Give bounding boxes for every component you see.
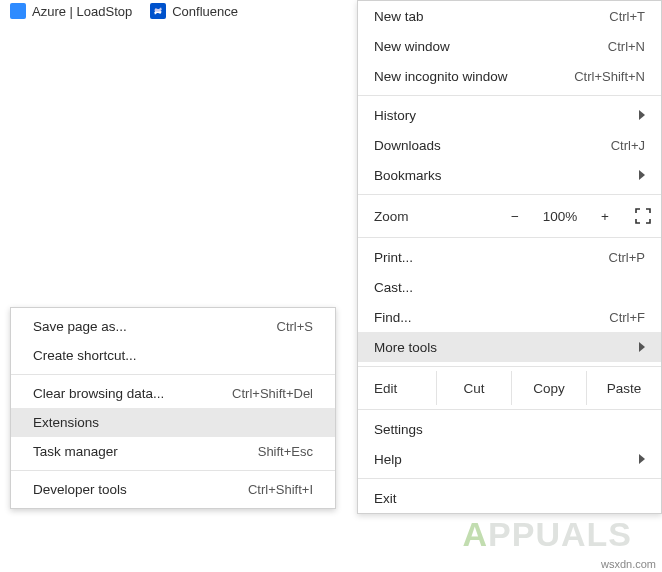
- menu-item-zoom: Zoom − 100% +: [358, 199, 661, 233]
- menu-separator: [358, 194, 661, 195]
- menu-item-help[interactable]: Help: [358, 444, 661, 474]
- menu-item-more-tools[interactable]: More tools: [358, 332, 661, 362]
- edit-paste-button[interactable]: Paste: [586, 371, 661, 405]
- submenu-label: Developer tools: [33, 482, 127, 497]
- menu-label: Exit: [374, 491, 397, 506]
- menu-label: Cast...: [374, 280, 413, 295]
- bookmark-azure-loadstop[interactable]: Azure | LoadStop: [10, 3, 132, 19]
- zoom-label: Zoom: [358, 209, 495, 224]
- bookmark-confluence[interactable]: Confluence: [150, 3, 238, 19]
- menu-shortcut: Ctrl+F: [609, 310, 645, 325]
- menu-item-new-window[interactable]: New window Ctrl+N: [358, 31, 661, 61]
- fullscreen-icon: [635, 208, 651, 224]
- submenu-item-save-page[interactable]: Save page as... Ctrl+S: [11, 312, 335, 341]
- menu-item-find[interactable]: Find... Ctrl+F: [358, 302, 661, 332]
- zoom-out-button[interactable]: −: [495, 209, 535, 224]
- submenu-item-create-shortcut[interactable]: Create shortcut...: [11, 341, 335, 370]
- menu-shortcut: Ctrl+T: [609, 9, 645, 24]
- edit-cut-button[interactable]: Cut: [436, 371, 511, 405]
- menu-separator: [358, 237, 661, 238]
- menu-item-exit[interactable]: Exit: [358, 483, 661, 513]
- menu-label: Help: [374, 452, 402, 467]
- menu-item-downloads[interactable]: Downloads Ctrl+J: [358, 130, 661, 160]
- menu-shortcut: Ctrl+P: [609, 250, 645, 265]
- source-site-label: wsxdn.com: [601, 558, 656, 570]
- chevron-right-icon: [639, 454, 645, 464]
- menu-item-new-incognito[interactable]: New incognito window Ctrl+Shift+N: [358, 61, 661, 91]
- submenu-item-developer-tools[interactable]: Developer tools Ctrl+Shift+I: [11, 475, 335, 504]
- menu-separator: [358, 366, 661, 367]
- submenu-label: Create shortcut...: [33, 348, 137, 363]
- submenu-shortcut: Shift+Esc: [258, 444, 313, 459]
- confluence-favicon-icon: [150, 3, 166, 19]
- submenu-label: Extensions: [33, 415, 99, 430]
- menu-label: Find...: [374, 310, 412, 325]
- menu-item-new-tab[interactable]: New tab Ctrl+T: [358, 1, 661, 31]
- submenu-label: Task manager: [33, 444, 118, 459]
- menu-shortcut: Ctrl+J: [611, 138, 645, 153]
- submenu-item-clear-browsing-data[interactable]: Clear browsing data... Ctrl+Shift+Del: [11, 379, 335, 408]
- menu-item-history[interactable]: History: [358, 100, 661, 130]
- menu-separator: [358, 95, 661, 96]
- menu-separator: [358, 478, 661, 479]
- zoom-in-button[interactable]: +: [585, 209, 625, 224]
- chevron-right-icon: [639, 170, 645, 180]
- menu-label: Downloads: [374, 138, 441, 153]
- submenu-shortcut: Ctrl+S: [277, 319, 313, 334]
- menu-item-cast[interactable]: Cast...: [358, 272, 661, 302]
- azure-favicon-icon: [10, 3, 26, 19]
- submenu-shortcut: Ctrl+Shift+Del: [232, 386, 313, 401]
- submenu-shortcut: Ctrl+Shift+I: [248, 482, 313, 497]
- bookmark-label: Confluence: [172, 4, 238, 19]
- more-tools-submenu: Save page as... Ctrl+S Create shortcut..…: [10, 307, 336, 509]
- chrome-main-menu: New tab Ctrl+T New window Ctrl+N New inc…: [357, 0, 662, 514]
- edit-copy-button[interactable]: Copy: [511, 371, 586, 405]
- menu-item-bookmarks[interactable]: Bookmarks: [358, 160, 661, 190]
- bookmark-label: Azure | LoadStop: [32, 4, 132, 19]
- submenu-item-extensions[interactable]: Extensions: [11, 408, 335, 437]
- chevron-right-icon: [639, 110, 645, 120]
- menu-label: New tab: [374, 9, 424, 24]
- watermark-rest: PPUALS: [488, 515, 632, 553]
- fullscreen-button[interactable]: [625, 208, 661, 224]
- submenu-label: Clear browsing data...: [33, 386, 164, 401]
- submenu-label: Save page as...: [33, 319, 127, 334]
- menu-label: More tools: [374, 340, 437, 355]
- menu-shortcut: Ctrl+Shift+N: [574, 69, 645, 84]
- edit-label: Edit: [358, 371, 436, 405]
- menu-item-edit: Edit Cut Copy Paste: [358, 371, 661, 405]
- menu-separator: [358, 409, 661, 410]
- watermark-logo: APPUALS: [463, 515, 632, 554]
- menu-item-print[interactable]: Print... Ctrl+P: [358, 242, 661, 272]
- menu-item-settings[interactable]: Settings: [358, 414, 661, 444]
- submenu-item-task-manager[interactable]: Task manager Shift+Esc: [11, 437, 335, 466]
- menu-label: Bookmarks: [374, 168, 442, 183]
- menu-shortcut: Ctrl+N: [608, 39, 645, 54]
- menu-separator: [11, 470, 335, 471]
- zoom-value: 100%: [535, 209, 585, 224]
- menu-label: Settings: [374, 422, 423, 437]
- menu-label: Print...: [374, 250, 413, 265]
- menu-label: New window: [374, 39, 450, 54]
- menu-label: New incognito window: [374, 69, 508, 84]
- menu-label: History: [374, 108, 416, 123]
- chevron-right-icon: [639, 342, 645, 352]
- menu-separator: [11, 374, 335, 375]
- watermark-a: A: [463, 515, 489, 553]
